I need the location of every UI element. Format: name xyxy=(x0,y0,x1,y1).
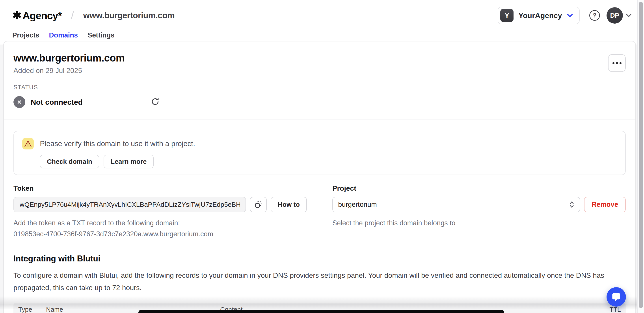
status-label: STATUS xyxy=(14,84,626,91)
column-header-ttl: TTL xyxy=(584,306,621,313)
workspace-name: YourAgency xyxy=(518,11,562,20)
breadcrumb: www.burgertorium.com xyxy=(83,11,174,20)
chat-launcher-button[interactable] xyxy=(606,287,626,306)
column-header-type: Type xyxy=(18,306,46,313)
check-domain-button[interactable]: Check domain xyxy=(40,155,99,168)
top-chrome: ✱ Agency* / www.burgertorium.com Y YourA… xyxy=(0,0,644,44)
chat-bubble-icon xyxy=(612,292,621,302)
breadcrumb-separator: / xyxy=(71,9,74,22)
token-txt-domain: 019853ec-4700-736f-9767-3d73c7e2320a.www… xyxy=(14,228,307,240)
token-field-group: Token How to Add the token as a TXT reco… xyxy=(14,184,307,240)
divider xyxy=(4,119,636,120)
avatar[interactable]: DP xyxy=(606,7,623,24)
agency-logo[interactable]: ✱ Agency* xyxy=(12,10,62,22)
chevron-down-icon xyxy=(567,14,573,18)
more-options-button[interactable] xyxy=(608,54,626,72)
x-circle-icon xyxy=(14,96,25,108)
project-selected-value: burgertorium xyxy=(338,200,377,208)
token-input[interactable] xyxy=(14,197,246,212)
ellipsis-icon xyxy=(612,62,614,64)
verify-message: Please verify this domain to use it with… xyxy=(40,140,195,148)
project-select[interactable]: burgertorium xyxy=(332,197,580,212)
remove-project-button[interactable]: Remove xyxy=(584,197,626,212)
asterisk-logo-icon: ✱ xyxy=(12,10,22,21)
refresh-status-button[interactable] xyxy=(150,97,160,107)
integration-heading: Integrating with Blutui xyxy=(14,254,626,264)
project-label: Project xyxy=(332,184,626,192)
scrollbar[interactable] xyxy=(638,0,644,313)
refresh-icon xyxy=(150,97,160,106)
project-help-text: Select the project this domain belongs t… xyxy=(332,218,626,228)
integration-description: To configure a domain with Blutui, add t… xyxy=(14,269,626,294)
status-badge: Not connected xyxy=(31,98,83,106)
learn-more-button[interactable]: Learn more xyxy=(104,155,154,168)
warning-triangle-icon xyxy=(22,138,34,150)
copy-token-button[interactable] xyxy=(250,197,267,212)
domain-added-date: Added on 29 Jul 2025 xyxy=(14,66,626,75)
integration-section: Integrating with Blutui To configure a d… xyxy=(4,254,636,294)
domain-card: www.burgertorium.com Added on 29 Jul 202… xyxy=(3,41,636,313)
token-help-text: Add the token as a TXT record to the fol… xyxy=(14,218,307,228)
scrollbar-thumb[interactable] xyxy=(639,2,643,308)
chevron-down-icon[interactable] xyxy=(626,14,632,17)
select-stepper-icon xyxy=(569,200,574,208)
copy-icon xyxy=(254,200,262,208)
page-title: www.burgertorium.com xyxy=(14,52,626,64)
project-field-group: Project burgertorium Remove Select the p… xyxy=(332,184,626,240)
workspace-badge: Y xyxy=(500,9,514,22)
dock-bar xyxy=(138,310,504,313)
logo-text: Agency* xyxy=(22,10,62,22)
help-icon[interactable]: ? xyxy=(589,10,600,21)
workspace-switcher[interactable]: Y YourAgency xyxy=(498,6,580,24)
how-to-button[interactable]: How to xyxy=(271,197,307,212)
token-label: Token xyxy=(14,184,307,192)
topbar: ✱ Agency* / www.burgertorium.com Y YourA… xyxy=(12,6,632,25)
verify-banner: Please verify this domain to use it with… xyxy=(14,131,626,175)
